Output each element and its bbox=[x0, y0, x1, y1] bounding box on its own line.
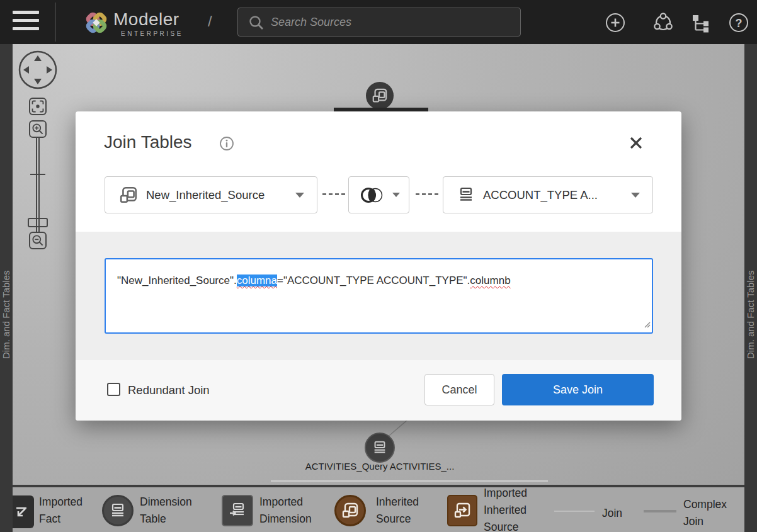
node-dimension-table[interactable] bbox=[365, 433, 395, 463]
legend-label-inherited-source: Inherited Source bbox=[376, 494, 436, 528]
model-relationships-button[interactable] bbox=[653, 13, 673, 33]
pan-control[interactable] bbox=[18, 50, 58, 93]
product-name: Modeler bbox=[113, 9, 179, 30]
svg-text:?: ? bbox=[736, 17, 743, 30]
dialog-footer: Redundant Join Cancel Save Join bbox=[76, 360, 681, 421]
zoom-slider-tick bbox=[30, 174, 45, 175]
chevron-down-icon bbox=[295, 193, 304, 198]
join-expression-input[interactable]: "New_Inherited_Source".columna="ACCOUNT_… bbox=[105, 258, 653, 334]
join-connector-dash bbox=[322, 193, 345, 195]
legend-label-join: Join bbox=[602, 505, 622, 522]
redundant-join-checkbox[interactable] bbox=[107, 383, 120, 396]
expression-selected-word: columna bbox=[237, 274, 277, 286]
info-icon[interactable] bbox=[219, 136, 234, 154]
help-button[interactable]: ? bbox=[729, 13, 749, 33]
app-header: Modeler ENTERPRISE / bbox=[0, 0, 757, 44]
legend-label-imported-fact: Imported Fact bbox=[39, 494, 99, 528]
expression-suffix-word: columnb bbox=[470, 274, 510, 286]
save-join-button[interactable]: Save Join bbox=[502, 374, 654, 405]
canvas-edge-highlight bbox=[271, 480, 548, 482]
pan-icon bbox=[18, 81, 58, 92]
app-root: ACTIVITIES_Query ACTIVITIES_... Imported… bbox=[0, 0, 757, 532]
product-badge: ENTERPRISE bbox=[121, 30, 183, 37]
right-table-value: ACCOUNT_TYPE A... bbox=[483, 188, 598, 202]
expression-prefix: "New_Inherited_Source". bbox=[117, 274, 237, 286]
right-panel-rail-label: Dim. and Fact Tables bbox=[745, 195, 756, 359]
legend-label-imported-inherited-source: Imported Inherited Source bbox=[484, 485, 554, 532]
fit-to-view-button[interactable] bbox=[29, 98, 47, 115]
expression-section: "New_Inherited_Source".columna="ACCOUNT_… bbox=[76, 232, 681, 360]
join-type-dropdown[interactable] bbox=[348, 176, 409, 213]
join-connector-dash bbox=[416, 193, 438, 195]
left-panel-rail-label: Dim. and Fact Tables bbox=[1, 195, 12, 359]
dialog-title: Join Tables bbox=[104, 132, 192, 152]
resize-grip-icon[interactable] bbox=[643, 319, 651, 331]
dimension-table-icon bbox=[457, 186, 475, 204]
breadcrumb-separator: / bbox=[208, 13, 212, 30]
zoom-out-button[interactable] bbox=[29, 232, 47, 249]
chevron-down-icon bbox=[631, 193, 640, 198]
node-label: ACTIVITIES_Query ACTIVITIES_... bbox=[279, 461, 481, 472]
imported-inherited-source-icon bbox=[447, 495, 477, 526]
hamburger-menu-button[interactable] bbox=[13, 11, 40, 33]
inherited-source-legend-icon bbox=[334, 495, 366, 526]
legend-label-imported-dimension: Imported Dimension bbox=[259, 494, 332, 528]
search-input[interactable] bbox=[271, 9, 513, 35]
redundant-join-label[interactable]: Redundant Join bbox=[128, 383, 210, 397]
add-button[interactable] bbox=[605, 13, 625, 33]
expression-middle: ="ACCOUNT_TYPE ACCOUNT_TYPE". bbox=[277, 274, 470, 286]
close-icon[interactable] bbox=[629, 135, 645, 152]
app-logo: Modeler ENTERPRISE bbox=[82, 8, 208, 38]
join-tables-dialog: Join Tables New_Inherited bbox=[76, 111, 681, 421]
left-table-dropdown[interactable]: New_Inherited_Source bbox=[105, 176, 317, 213]
join-type-venn-icon bbox=[359, 184, 384, 206]
legend-label-complex-join: Complex Join bbox=[683, 496, 741, 530]
search-box bbox=[237, 8, 521, 37]
complex-join-line-icon bbox=[644, 510, 676, 512]
header-divider bbox=[55, 3, 56, 42]
zoom-slider-handle[interactable] bbox=[28, 218, 48, 227]
cancel-button[interactable]: Cancel bbox=[424, 374, 494, 405]
legend-label-dimension-table: Dimension Table bbox=[140, 494, 209, 528]
left-table-value: New_Inherited_Source bbox=[146, 188, 265, 202]
node-inherited-source[interactable] bbox=[366, 82, 394, 110]
zoom-in-button[interactable] bbox=[29, 120, 47, 138]
imported-dimension-icon bbox=[222, 495, 253, 526]
right-panel-rail[interactable]: Dim. and Fact Tables bbox=[744, 44, 757, 532]
legend-bar: Imported Fact Dimension Table Imported D… bbox=[13, 485, 744, 532]
join-line-icon bbox=[554, 511, 595, 512]
hierarchy-view-button[interactable] bbox=[692, 14, 712, 34]
imported-fact-icon bbox=[13, 495, 34, 528]
chevron-down-icon bbox=[392, 193, 400, 197]
inherited-source-icon bbox=[119, 186, 138, 205]
dimension-table-legend-icon bbox=[102, 495, 134, 526]
right-table-dropdown[interactable]: ACCOUNT_TYPE A... bbox=[443, 176, 653, 213]
left-panel-rail[interactable]: Dim. and Fact Tables bbox=[0, 44, 13, 532]
